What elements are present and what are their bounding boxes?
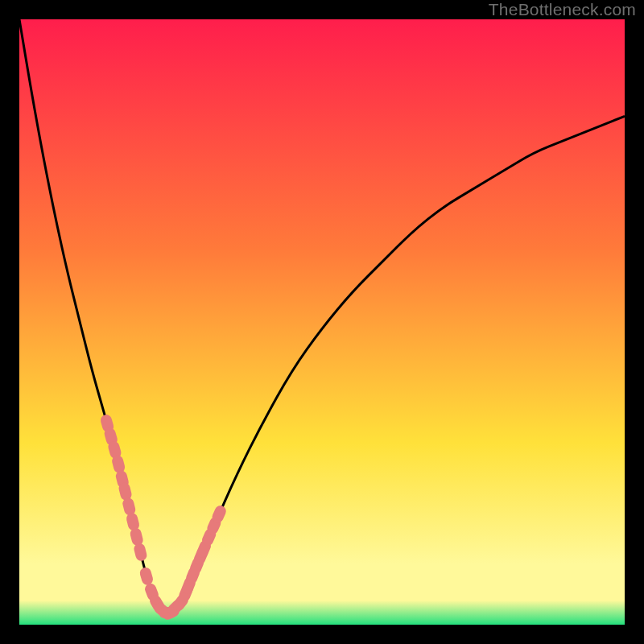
plot-area (19, 19, 625, 625)
chart-frame: TheBottleneck.com (0, 0, 644, 644)
gradient-background (19, 19, 625, 625)
plot-svg (19, 19, 625, 625)
watermark-text: TheBottleneck.com (489, 0, 636, 19)
